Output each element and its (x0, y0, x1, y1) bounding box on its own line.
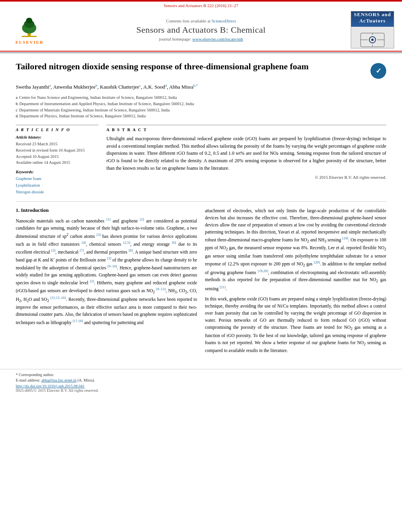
journal-homepage: journal homepage: www.elsevier.com/locat… (51, 37, 351, 41)
history-accepted: Accepted 10 August 2015 (16, 154, 99, 160)
sensors-diagram-icon (359, 29, 386, 48)
body-section: 1. Introduction Nanoscale materials such… (16, 207, 386, 358)
affiliation-c: c Department of Materials Engineering, I… (16, 107, 386, 113)
sensors-actuators-text: AcTuators (353, 18, 392, 24)
journal-main-title: Sensors and Actuators B: Chemical (51, 25, 351, 35)
intro-paragraph-2: attachment of electrodes, which not only… (205, 207, 386, 292)
section-divider (16, 201, 386, 202)
email-note: E-mail address: abha@isu.iisc.ernet.in (… (16, 378, 386, 382)
svg-point-7 (371, 39, 374, 41)
abstract-label: A B S T R A C T (106, 128, 386, 132)
corresponding-note: * Corresponding author. (16, 373, 386, 377)
top-citation: Sensors and Actuators B 222 (2016) 21–27 (0, 2, 402, 8)
author-4: A.K. Soodd (143, 84, 167, 90)
email-link[interactable]: abha@isu.iisc.ernet.in (41, 378, 76, 382)
history-received: Received 23 March 2015 (16, 141, 99, 147)
abstract-col: A B S T R A C T Ultralight and macroporo… (106, 125, 386, 195)
sciencedirect-link[interactable]: ScienceDirect (212, 19, 236, 23)
affiliations: a Centre for Nano Science and Engineerin… (16, 95, 386, 119)
section-number: 1. (16, 207, 20, 213)
contents-line: Contents lists available at ScienceDirec… (51, 19, 351, 23)
svg-rect-4 (22, 36, 37, 37)
article-meta-section: A R T I C L E I N F O Article history: R… (16, 125, 386, 195)
intro-paragraph-1: Nanoscale materials such as carbon nanot… (16, 217, 197, 326)
keyword-1: Graphene foam (16, 176, 99, 182)
article-history-label: Article history: (16, 135, 99, 139)
intro-heading: 1. Introduction (16, 207, 197, 213)
history-revised: Received in revised form 10 August 2015 (16, 147, 99, 154)
author-3: Kaushik Chatterjeec (100, 84, 141, 90)
elsevier-label: ELSEVIER (15, 40, 44, 44)
body-left-col: 1. Introduction Nanoscale materials such… (16, 207, 197, 358)
keyword-3: Nitrogen dioxide (16, 189, 99, 196)
issn-line: 0925-4005/© 2015 Elsevier B.V. All right… (16, 388, 386, 393)
history-online: Available online 14 August 2015 (16, 159, 99, 166)
article-info-label: A R T I C L E I N F O (16, 128, 99, 132)
affiliation-d: d Department of Physics, Indian Institut… (16, 113, 386, 119)
page: Sensors and Actuators B 222 (2016) 21–27… (0, 0, 402, 532)
journal-url[interactable]: www.elsevier.com/locate/snb (192, 37, 243, 41)
citation-text: Sensors and Actuators B 222 (2016) 21–27 (164, 3, 238, 8)
abstract-copyright: © 2015 Elsevier B.V. All rights reserved… (106, 175, 386, 180)
doi-link[interactable]: http://dx.doi.org/10.1016/j.snb.2015.08.… (16, 384, 85, 388)
author-1: Swetha Jayanthia (16, 84, 51, 90)
elsevier-tree-icon (14, 15, 45, 39)
article-title: Tailored nitrogen dioxide sensing respon… (16, 61, 363, 72)
affiliation-b: b Department of Instrumentation and Appl… (16, 101, 386, 107)
journal-header: ELSEVIER Contents lists available at Sci… (0, 8, 402, 52)
affiliation-a: a Centre for Nano Science and Engineerin… (16, 95, 386, 101)
journal-title-center: Contents lists available at ScienceDirec… (51, 19, 351, 41)
abstract-text: Ultralight and macroporous three-dimensi… (106, 135, 386, 172)
sensors-logo-box: SENSORS and AcTuators (351, 11, 394, 48)
keywords-label: Keywords: (16, 170, 99, 174)
page-footer: * Corresponding author. E-mail address: … (0, 369, 402, 396)
crossmark-badge: ✓ (370, 63, 386, 79)
content-area: Tailored nitrogen dioxide sensing respon… (0, 53, 402, 365)
article-title-section: Tailored nitrogen dioxide sensing respon… (16, 61, 386, 79)
section-title: Introduction (21, 207, 49, 213)
elsevier-logo: ELSEVIER (8, 15, 51, 44)
keyword-2: Lyophilization (16, 182, 99, 189)
author-2: Anwesha Mukherjeeb (53, 84, 97, 90)
svg-point-3 (26, 18, 32, 23)
doi-line: http://dx.doi.org/10.1016/j.snb.2015.08.… (16, 384, 386, 388)
authors-line: Swetha Jayanthia, Anwesha Mukherjeeb, Ka… (16, 83, 386, 91)
article-info-col: A R T I C L E I N F O Article history: R… (16, 125, 99, 195)
sensors-logo-text: SENSORS and (353, 11, 392, 18)
intro-paragraph-3: In this work, graphene oxide (GO) foams … (205, 295, 386, 354)
body-right-col: attachment of electrodes, which not only… (205, 207, 386, 358)
author-5: Abha Misrab,* (169, 84, 198, 90)
